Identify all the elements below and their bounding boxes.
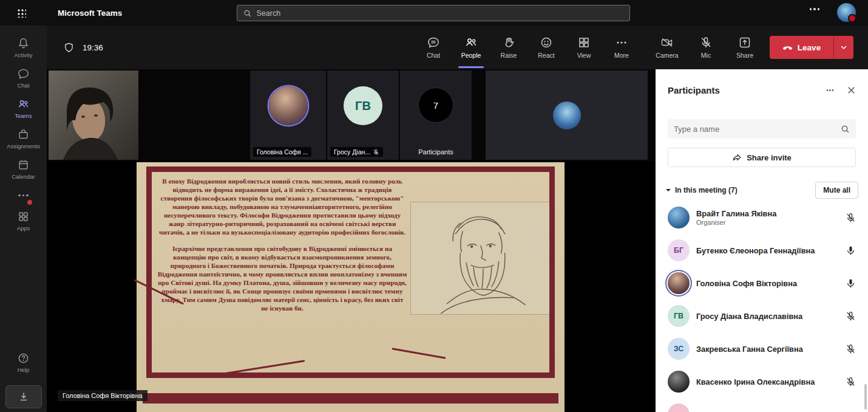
people-button[interactable]: People [455,26,487,69]
panel-more-icon[interactable] [826,86,835,95]
chat-button[interactable]: Chat [417,26,450,69]
toolbar-label: View [577,52,591,59]
participant-search[interactable] [668,119,856,139]
mic-muted-icon[interactable] [846,377,856,387]
sidebar-label: Assignments [7,143,39,149]
view-button[interactable]: View [568,26,600,69]
share-invite-icon [732,153,742,162]
share-button[interactable]: Share [728,26,761,69]
participant-count-badge: 7 [418,88,453,123]
participant-row[interactable]: Врайт Галина Яківна Organiser [656,201,868,234]
video-tile-golovina[interactable]: Головіна Софя ... [250,70,326,160]
participant-name: Головіна Софя Вікторівна [696,279,797,288]
participant-name: Бутенко Єлеонора Геннадіївна [696,246,815,255]
app-title: Microsoft Teams [58,9,122,18]
participant-row[interactable]: ГВ Гросу Діана Владиславівна [656,300,868,332]
download-desktop-button[interactable] [5,385,42,408]
video-tile-grosu[interactable]: ГВ Гросу Діан... [327,70,399,160]
video-tile-self[interactable] [486,70,648,160]
leave-label: Leave [798,43,821,52]
sidebar-item-calendar[interactable]: Calendar [0,154,47,185]
participant-row[interactable]: Квасенко Ірина Олександрівна [656,365,868,398]
raise-hand-icon [503,36,515,49]
bell-icon [18,38,29,49]
search-input[interactable] [257,9,623,18]
toolbar-center-group: Chat People Raise React View More [417,26,638,69]
sidebar-item-chat[interactable]: Chat [0,63,47,94]
participant-row[interactable] [656,398,868,412]
participant-row[interactable]: БГ Бутенко Єлеонора Геннадіївна [656,234,868,267]
mic-on-icon[interactable] [846,245,856,256]
app-launcher-icon[interactable] [17,9,26,18]
react-button[interactable]: React [530,26,563,69]
mic-on-icon[interactable] [846,278,856,289]
sidebar-item-apps[interactable]: Apps [0,206,47,236]
raise-hand-button[interactable]: Raise [492,26,525,69]
leave-button[interactable]: Leave [770,36,853,59]
presenter-name-tag: Головіна Софя Вікторівна [58,390,147,401]
avatar-initials: ЗС [668,338,690,360]
sidebar-label: Activity [14,52,32,58]
more-dots-icon [18,190,29,201]
mic-muted-icon[interactable] [846,213,856,223]
video-tile-presenter[interactable] [49,70,138,160]
tile-name-label: Гросу Діан... [330,147,383,157]
avatar [668,272,690,294]
sidebar-label: Teams [15,112,32,119]
mic-muted-icon[interactable] [846,311,856,321]
sidebar-label: Chat [17,82,29,89]
calendar-icon [18,159,29,171]
participants-tile-label: Participants [400,148,472,156]
participant-role: Organiser [696,219,776,226]
camera-off-icon [661,36,673,49]
chat-icon [427,36,439,49]
participant-row[interactable]: ЗС Закревська Ганна Сергіївна [656,332,868,365]
sidebar-item-activity[interactable]: Activity [0,33,47,63]
tile-name-label: Головіна Софя ... [253,147,311,157]
video-tile-participants-count[interactable]: 7 Participants [400,70,472,160]
avatar-initials: ГВ [344,86,382,125]
global-search[interactable] [237,5,630,21]
in-this-meeting-toggle[interactable]: In this meeting (7) [665,186,815,194]
sidebar-item-assignments[interactable]: Assignments [0,124,47,154]
share-invite-button[interactable]: Share invite [668,148,856,167]
meeting-section-row: In this meeting (7) Mute all [665,182,858,199]
chat-bubble-icon [18,68,29,80]
mic-button[interactable]: Mic [690,26,722,69]
close-icon[interactable] [847,86,856,95]
assignments-bag-icon [18,129,29,140]
smiley-icon [540,36,552,49]
participant-row[interactable]: Головіна Софя Вікторівна [656,267,868,300]
toolbar-label: Share [736,52,753,59]
mic-muted-icon[interactable] [846,344,856,354]
participant-search-input[interactable] [674,125,836,134]
toolbar-label: People [461,52,481,59]
leave-options-caret[interactable] [834,36,853,59]
plato-portrait-image [411,202,549,314]
more-actions-button[interactable]: More [605,26,638,69]
title-bar: Microsoft Teams [0,0,868,26]
toolbar-device-group: Camera Mic Share [651,26,761,69]
panel-scrollbar[interactable] [864,384,867,410]
participant-name: Квасенко Ірина Олександрівна [696,377,815,386]
webcam-video [49,70,138,160]
profile-avatar[interactable] [837,3,856,22]
slide-bottom-band [143,393,558,403]
share-screen-icon [739,36,751,49]
caret-down-icon [665,187,671,193]
mute-all-button[interactable]: Mute all [815,182,858,199]
share-invite-label: Share invite [747,153,792,162]
titlebar-more-icon[interactable] [810,8,820,10]
panel-header: Participants [656,69,868,95]
sidebar-item-more[interactable] [0,185,47,206]
camera-button[interactable]: Camera [651,26,683,69]
tile-name-text: Головіна Софя ... [257,148,308,156]
sidebar-item-teams[interactable]: Teams [0,94,47,124]
leave-button-main[interactable]: Leave [770,36,833,59]
app-sidebar: Activity Chat Teams Assignments Calendar… [0,26,47,412]
panel-title: Participants [668,85,826,95]
sidebar-item-help[interactable]: Help [0,348,47,378]
download-icon [18,391,29,402]
view-grid-icon [578,36,590,49]
mic-muted-icon [700,36,712,49]
